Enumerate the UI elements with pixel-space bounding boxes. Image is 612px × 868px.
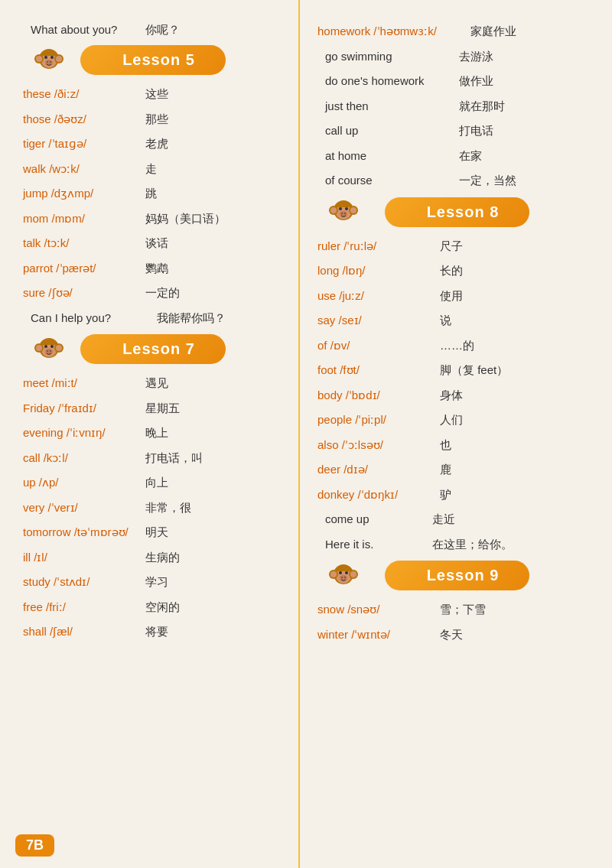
lesson5-vocab: these /ðiːz/ 这些 those /ðəʊz/ 那些 tiger /ˈ…: [23, 86, 283, 327]
svg-point-14: [36, 345, 42, 351]
vocab-long: long /lɒŋ/ 长的: [317, 262, 597, 280]
vocab-english: homework /ˈhəʊmwɜːk/: [317, 23, 470, 41]
svg-point-43: [344, 577, 346, 578]
vocab-chinese: 这些: [145, 86, 283, 103]
phrase-just-then: just then 就在那时: [317, 98, 597, 115]
lesson7-banner: Lesson 7: [23, 334, 283, 364]
vocab-parrot: parrot /ˈpærət/ 鹦鹉: [23, 260, 283, 278]
vocab-free: free /friː/ 空闲的: [23, 599, 283, 616]
vocab-study: study /ˈstʌdɪ/ 学习: [23, 574, 283, 591]
vocab-ill: ill /ɪl/ 生病的: [23, 549, 283, 567]
lesson7-oval: Lesson 7: [80, 334, 226, 364]
vocab-deer: deer /dɪə/ 鹿: [317, 461, 597, 479]
phrase-english: Can I help you?: [23, 310, 157, 327]
vocab-chinese: 向上: [145, 474, 283, 492]
lesson7-vocab: meet /miːt/ 遇见 Friday /ˈfraɪdɪ/ 星期五 even…: [23, 375, 283, 641]
vocab-friday: Friday /ˈfraɪdɪ/ 星期五: [23, 400, 283, 418]
vocab-chinese: 说: [440, 312, 597, 330]
vocab-snow: snow /snəʊ/ 雪；下雪: [317, 601, 597, 619]
vocab-call: call /kɔːl/ 打电话，叫: [23, 450, 283, 467]
vocab-english: also /ˈɔːlsəʊ/: [317, 437, 440, 454]
vocab-english: talk /tɔːk/: [23, 235, 145, 252]
vocab-english: tomorrow /təˈmɒrəʊ/: [23, 524, 145, 541]
intro-line: What about you? 你呢？: [23, 23, 283, 37]
svg-point-42: [341, 577, 343, 578]
vocab-donkey: donkey /ˈdɒŋkɪ/ 驴: [317, 486, 597, 504]
vocab-english: deer /dɪə/: [317, 461, 440, 479]
monkey-icon-7: [32, 333, 66, 366]
monkey-icon: [32, 44, 66, 77]
vocab-chinese: 打电话，叫: [145, 450, 283, 467]
phrase-english: call up: [317, 122, 459, 140]
phrase-chinese: 在这里；给你。: [432, 536, 513, 554]
vocab-chinese: 将要: [145, 623, 283, 641]
vocab-english: study /ˈstʌdɪ/: [23, 574, 145, 591]
vocab-chinese: 身体: [440, 387, 597, 405]
lesson8-vocab: ruler /ˈruːlə/ 尺子 long /lɒŋ/ 长的 use /juː…: [317, 238, 597, 554]
intro-english: What about you?: [31, 23, 145, 36]
vocab-chinese: 妈妈（美口语）: [145, 210, 283, 228]
vocab-english: long /lɒŋ/: [317, 262, 440, 280]
lesson8-oval: Lesson 8: [385, 197, 530, 227]
svg-point-38: [350, 571, 356, 577]
svg-point-21: [50, 350, 51, 352]
vocab-chinese: 晚上: [145, 424, 283, 442]
vocab-say: say /seɪ/ 说: [317, 312, 597, 330]
svg-point-28: [339, 207, 342, 210]
column-divider: [298, 0, 300, 868]
phrase-chinese: 走近: [432, 511, 455, 528]
phrase-at-home: at home 在家: [317, 148, 597, 165]
svg-point-17: [44, 345, 47, 348]
phrase-do-homework: do one's homework 做作业: [317, 73, 597, 90]
vocab-these: these /ðiːz/ 这些: [23, 86, 283, 103]
phrase-call-up: call up 打电话: [317, 122, 597, 140]
svg-point-40: [345, 571, 348, 574]
svg-point-19: [45, 349, 53, 355]
monkey-icon-9: [327, 559, 360, 593]
vocab-winter: winter /ˈwɪntə/ 冬天: [317, 626, 597, 644]
svg-point-27: [350, 207, 356, 213]
vocab-english: winter /ˈwɪntə/: [317, 626, 440, 644]
svg-point-31: [341, 213, 343, 214]
vocab-use: use /juːz/ 使用: [317, 288, 597, 305]
vocab-tomorrow: tomorrow /təˈmɒrəʊ/ 明天: [23, 524, 283, 541]
vocab-english: ruler /ˈruːlə/: [317, 238, 440, 255]
phrase-english: of course: [317, 172, 459, 190]
phrase-english: do one's homework: [317, 73, 459, 90]
vocab-chinese: 雪；下雪: [440, 601, 597, 619]
vocab-chinese: 老虎: [145, 135, 283, 153]
svg-point-30: [340, 211, 347, 217]
vocab-english: foot /fʊt/: [317, 362, 440, 379]
lesson9-oval: Lesson 9: [385, 561, 530, 590]
monkey-icon-8: [327, 195, 360, 229]
lesson9-banner: Lesson 9: [317, 561, 597, 590]
vocab-chinese: 非常，很: [145, 499, 283, 517]
vocab-english: sure /ʃʊə/: [23, 284, 145, 302]
vocab-meet: meet /miːt/ 遇见: [23, 375, 283, 392]
vocab-chinese: 那些: [145, 111, 283, 128]
vocab-chinese: 星期五: [145, 400, 283, 418]
vocab-chinese: 家庭作业: [470, 23, 597, 41]
lesson5-phrase: Can I help you? 我能帮你吗？: [23, 310, 283, 327]
vocab-chinese: 鹿: [440, 461, 597, 479]
vocab-english: jump /dʒʌmp/: [23, 185, 145, 203]
vocab-chinese: 人们: [440, 411, 597, 429]
phrase-english: come up: [317, 511, 432, 528]
vocab-chinese: 遇见: [145, 375, 283, 392]
svg-point-18: [50, 345, 54, 348]
vocab-chinese: 冬天: [440, 626, 597, 644]
vocab-those: those /ðəʊz/ 那些: [23, 111, 283, 128]
vocab-english: very /ˈverɪ/: [23, 499, 145, 517]
vocab-english: tiger /ˈtaɪɡə/: [23, 135, 145, 153]
vocab-english: ill /ɪl/: [23, 549, 145, 567]
vocab-english: shall /ʃæl/: [23, 623, 145, 641]
vocab-english: mom /mɒm/: [23, 210, 145, 228]
vocab-english: snow /snəʊ/: [317, 601, 440, 619]
phrase-chinese: 做作业: [459, 73, 493, 90]
vocab-chinese: 一定的: [145, 284, 283, 302]
vocab-chinese: 谈话: [145, 235, 283, 252]
vocab-english: free /friː/: [23, 599, 145, 616]
vocab-ruler: ruler /ˈruːlə/ 尺子: [317, 238, 597, 255]
vocab-homework: homework /ˈhəʊmwɜːk/ 家庭作业: [317, 23, 597, 41]
vocab-mom: mom /mɒm/ 妈妈（美口语）: [23, 210, 283, 228]
